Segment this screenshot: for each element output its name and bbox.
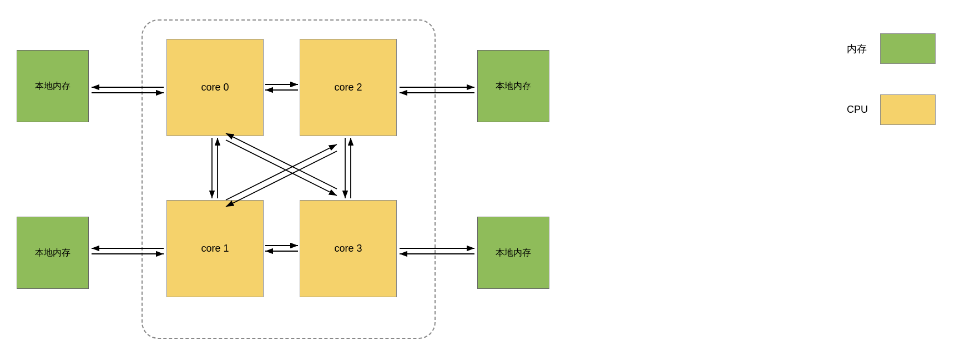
core1-box: core 1 (166, 200, 264, 297)
legend-cpu-item: CPU (847, 94, 936, 125)
legend-memory-item: 内存 (847, 33, 936, 64)
memory-box-bottom-right: 本地内存 (477, 217, 549, 289)
diagram-container: 本地内存 本地内存 本地内存 本地内存 core 0 core 1 core 2… (0, 0, 980, 360)
legend-cpu-box (880, 94, 936, 125)
legend-cpu-label: CPU (847, 104, 869, 116)
memory-box-bottom-left: 本地内存 (17, 217, 89, 289)
legend-memory-label: 内存 (847, 42, 869, 56)
legend-memory-box (880, 33, 936, 64)
memory-label-bottom-right: 本地内存 (496, 247, 531, 259)
core1-label: core 1 (201, 243, 229, 254)
memory-label-bottom-left: 本地内存 (35, 247, 70, 259)
memory-box-top-right: 本地内存 (477, 50, 549, 122)
legend: 内存 CPU (847, 33, 936, 156)
memory-label-top-left: 本地内存 (35, 81, 70, 92)
core0-label: core 0 (201, 82, 229, 93)
core0-box: core 0 (166, 39, 264, 136)
core3-box: core 3 (300, 200, 397, 297)
core3-label: core 3 (334, 243, 362, 254)
core2-box: core 2 (300, 39, 397, 136)
memory-label-top-right: 本地内存 (496, 81, 531, 92)
memory-box-top-left: 本地内存 (17, 50, 89, 122)
core2-label: core 2 (334, 82, 362, 93)
